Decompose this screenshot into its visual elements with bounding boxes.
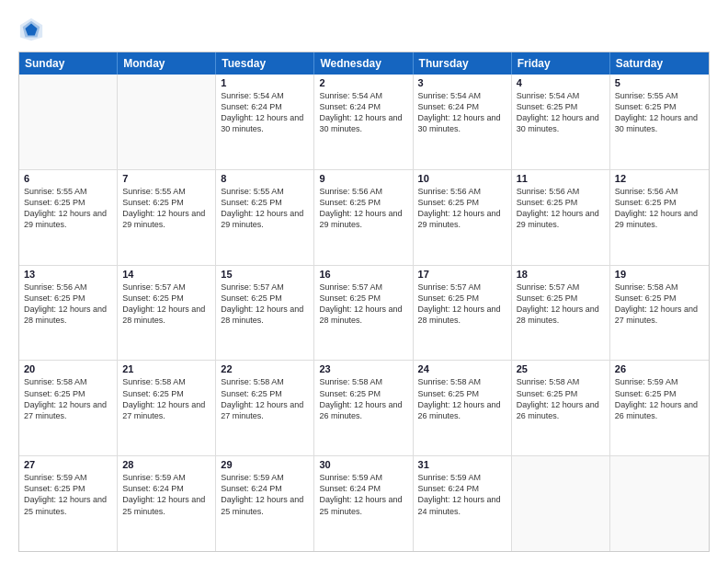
day-number: 20 xyxy=(24,363,112,374)
day-info: Sunrise: 5:58 AM Sunset: 6:25 PM Dayligh… xyxy=(418,376,506,421)
day-info: Sunrise: 5:58 AM Sunset: 6:25 PM Dayligh… xyxy=(517,376,605,421)
day-info: Sunrise: 5:57 AM Sunset: 6:25 PM Dayligh… xyxy=(221,282,309,327)
calendar-cell: 18Sunrise: 5:57 AM Sunset: 6:25 PM Dayli… xyxy=(512,266,610,361)
calendar-cell: 27Sunrise: 5:59 AM Sunset: 6:25 PM Dayli… xyxy=(19,456,118,551)
calendar-cell: 12Sunrise: 5:56 AM Sunset: 6:25 PM Dayli… xyxy=(610,170,709,265)
calendar-cell: 29Sunrise: 5:59 AM Sunset: 6:24 PM Dayli… xyxy=(216,456,314,551)
calendar-cell: 19Sunrise: 5:58 AM Sunset: 6:25 PM Dayli… xyxy=(610,266,709,361)
calendar-cell: 14Sunrise: 5:57 AM Sunset: 6:25 PM Dayli… xyxy=(118,266,216,361)
day-info: Sunrise: 5:59 AM Sunset: 6:25 PM Dayligh… xyxy=(24,472,112,517)
header-wednesday: Wednesday xyxy=(314,52,413,75)
day-info: Sunrise: 5:57 AM Sunset: 6:25 PM Dayligh… xyxy=(418,282,506,327)
calendar-cell: 10Sunrise: 5:56 AM Sunset: 6:25 PM Dayli… xyxy=(414,170,512,265)
day-info: Sunrise: 5:59 AM Sunset: 6:25 PM Dayligh… xyxy=(615,376,704,421)
day-number: 27 xyxy=(24,459,112,470)
day-number: 7 xyxy=(122,173,210,184)
week-row-2: 6Sunrise: 5:55 AM Sunset: 6:25 PM Daylig… xyxy=(19,170,709,266)
calendar-cell: 9Sunrise: 5:56 AM Sunset: 6:25 PM Daylig… xyxy=(314,170,413,265)
day-info: Sunrise: 5:56 AM Sunset: 6:25 PM Dayligh… xyxy=(615,186,704,231)
day-info: Sunrise: 5:54 AM Sunset: 6:24 PM Dayligh… xyxy=(319,90,407,135)
day-info: Sunrise: 5:58 AM Sunset: 6:25 PM Dayligh… xyxy=(319,376,407,421)
calendar-cell: 15Sunrise: 5:57 AM Sunset: 6:25 PM Dayli… xyxy=(216,266,314,361)
calendar-cell: 23Sunrise: 5:58 AM Sunset: 6:25 PM Dayli… xyxy=(314,361,413,455)
calendar-cell: 20Sunrise: 5:58 AM Sunset: 6:25 PM Dayli… xyxy=(19,361,118,455)
day-number: 24 xyxy=(418,363,506,374)
day-number: 29 xyxy=(221,459,309,470)
day-number: 18 xyxy=(517,269,605,280)
header-thursday: Thursday xyxy=(414,52,512,75)
day-info: Sunrise: 5:56 AM Sunset: 6:25 PM Dayligh… xyxy=(418,186,506,231)
day-info: Sunrise: 5:56 AM Sunset: 6:25 PM Dayligh… xyxy=(517,186,605,231)
day-info: Sunrise: 5:56 AM Sunset: 6:25 PM Dayligh… xyxy=(319,186,407,231)
calendar-cell: 22Sunrise: 5:58 AM Sunset: 6:25 PM Dayli… xyxy=(216,361,314,455)
calendar-cell: 16Sunrise: 5:57 AM Sunset: 6:25 PM Dayli… xyxy=(314,266,413,361)
header-friday: Friday xyxy=(512,52,610,75)
header-sunday: Sunday xyxy=(19,52,118,75)
week-row-1: 1Sunrise: 5:54 AM Sunset: 6:24 PM Daylig… xyxy=(19,75,709,170)
day-info: Sunrise: 5:54 AM Sunset: 6:25 PM Dayligh… xyxy=(517,90,605,135)
day-info: Sunrise: 5:59 AM Sunset: 6:24 PM Dayligh… xyxy=(221,472,309,517)
day-number: 8 xyxy=(221,173,309,184)
day-number: 19 xyxy=(615,269,704,280)
calendar: Sunday Monday Tuesday Wednesday Thursday… xyxy=(18,52,710,552)
logo xyxy=(18,17,48,42)
day-number: 31 xyxy=(418,459,506,470)
week-row-4: 20Sunrise: 5:58 AM Sunset: 6:25 PM Dayli… xyxy=(19,361,709,456)
day-number: 16 xyxy=(319,269,407,280)
header xyxy=(18,17,710,42)
day-info: Sunrise: 5:58 AM Sunset: 6:25 PM Dayligh… xyxy=(615,282,704,327)
logo-icon xyxy=(18,17,44,42)
day-info: Sunrise: 5:54 AM Sunset: 6:24 PM Dayligh… xyxy=(418,90,506,135)
day-info: Sunrise: 5:59 AM Sunset: 6:24 PM Dayligh… xyxy=(319,472,407,517)
page: Sunday Monday Tuesday Wednesday Thursday… xyxy=(0,0,728,563)
day-number: 28 xyxy=(122,459,210,470)
calendar-cell: 8Sunrise: 5:55 AM Sunset: 6:25 PM Daylig… xyxy=(216,170,314,265)
day-info: Sunrise: 5:59 AM Sunset: 6:24 PM Dayligh… xyxy=(122,472,210,517)
calendar-cell: 2Sunrise: 5:54 AM Sunset: 6:24 PM Daylig… xyxy=(314,75,413,169)
day-info: Sunrise: 5:58 AM Sunset: 6:25 PM Dayligh… xyxy=(122,376,210,421)
calendar-cell: 7Sunrise: 5:55 AM Sunset: 6:25 PM Daylig… xyxy=(118,170,216,265)
day-info: Sunrise: 5:59 AM Sunset: 6:24 PM Dayligh… xyxy=(418,472,506,517)
header-tuesday: Tuesday xyxy=(216,52,314,75)
calendar-cell: 28Sunrise: 5:59 AM Sunset: 6:24 PM Dayli… xyxy=(118,456,216,551)
calendar-cell: 26Sunrise: 5:59 AM Sunset: 6:25 PM Dayli… xyxy=(610,361,709,455)
calendar-cell: 13Sunrise: 5:56 AM Sunset: 6:25 PM Dayli… xyxy=(19,266,118,361)
calendar-cell: 3Sunrise: 5:54 AM Sunset: 6:24 PM Daylig… xyxy=(414,75,512,169)
calendar-cell xyxy=(19,75,118,169)
calendar-cell: 5Sunrise: 5:55 AM Sunset: 6:25 PM Daylig… xyxy=(610,75,709,169)
calendar-cell: 21Sunrise: 5:58 AM Sunset: 6:25 PM Dayli… xyxy=(118,361,216,455)
day-info: Sunrise: 5:57 AM Sunset: 6:25 PM Dayligh… xyxy=(122,282,210,327)
day-info: Sunrise: 5:56 AM Sunset: 6:25 PM Dayligh… xyxy=(24,282,112,327)
day-number: 17 xyxy=(418,269,506,280)
day-number: 21 xyxy=(122,363,210,374)
day-info: Sunrise: 5:55 AM Sunset: 6:25 PM Dayligh… xyxy=(615,90,704,135)
day-number: 25 xyxy=(517,363,605,374)
day-number: 15 xyxy=(221,269,309,280)
day-info: Sunrise: 5:58 AM Sunset: 6:25 PM Dayligh… xyxy=(221,376,309,421)
day-number: 4 xyxy=(517,77,605,88)
calendar-cell: 1Sunrise: 5:54 AM Sunset: 6:24 PM Daylig… xyxy=(216,75,314,169)
day-number: 3 xyxy=(418,77,506,88)
day-number: 1 xyxy=(221,77,309,88)
day-number: 26 xyxy=(615,363,704,374)
day-number: 11 xyxy=(517,173,605,184)
day-info: Sunrise: 5:58 AM Sunset: 6:25 PM Dayligh… xyxy=(24,376,112,421)
calendar-cell: 17Sunrise: 5:57 AM Sunset: 6:25 PM Dayli… xyxy=(414,266,512,361)
week-row-5: 27Sunrise: 5:59 AM Sunset: 6:25 PM Dayli… xyxy=(19,456,709,551)
calendar-cell: 24Sunrise: 5:58 AM Sunset: 6:25 PM Dayli… xyxy=(414,361,512,455)
calendar-cell xyxy=(610,456,709,551)
calendar-cell: 30Sunrise: 5:59 AM Sunset: 6:24 PM Dayli… xyxy=(314,456,413,551)
day-info: Sunrise: 5:55 AM Sunset: 6:25 PM Dayligh… xyxy=(122,186,210,231)
day-number: 12 xyxy=(615,173,704,184)
day-number: 2 xyxy=(319,77,407,88)
day-number: 30 xyxy=(319,459,407,470)
week-row-3: 13Sunrise: 5:56 AM Sunset: 6:25 PM Dayli… xyxy=(19,266,709,362)
day-info: Sunrise: 5:57 AM Sunset: 6:25 PM Dayligh… xyxy=(319,282,407,327)
calendar-cell: 11Sunrise: 5:56 AM Sunset: 6:25 PM Dayli… xyxy=(512,170,610,265)
calendar-body: 1Sunrise: 5:54 AM Sunset: 6:24 PM Daylig… xyxy=(19,75,709,551)
calendar-cell: 25Sunrise: 5:58 AM Sunset: 6:25 PM Dayli… xyxy=(512,361,610,455)
day-number: 22 xyxy=(221,363,309,374)
calendar-cell: 6Sunrise: 5:55 AM Sunset: 6:25 PM Daylig… xyxy=(19,170,118,265)
header-monday: Monday xyxy=(118,52,216,75)
day-info: Sunrise: 5:54 AM Sunset: 6:24 PM Dayligh… xyxy=(221,90,309,135)
